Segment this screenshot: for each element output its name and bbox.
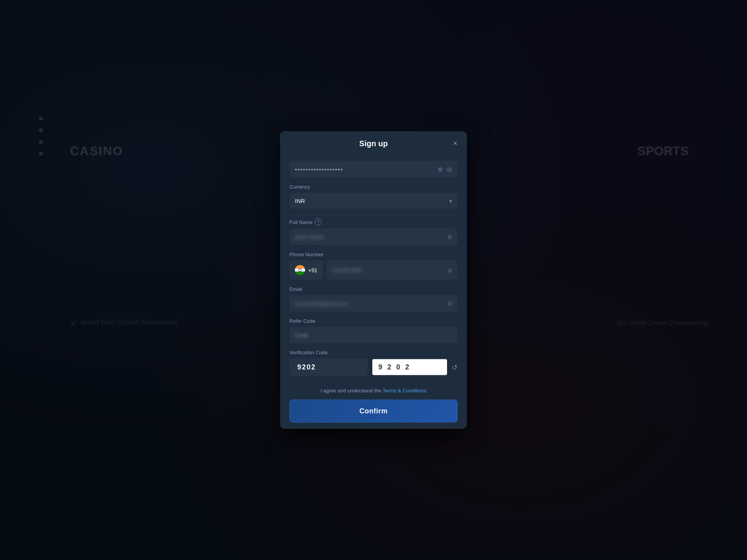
- terms-prefix: I agree and understand the: [321, 388, 381, 394]
- toggle-password-icon[interactable]: ◎: [447, 166, 452, 173]
- currency-section: Currency INR ▾: [289, 184, 458, 209]
- clear-fullname-icon[interactable]: ⊗: [447, 233, 452, 241]
- fullname-label: Full Name: [289, 219, 312, 225]
- phone-section: Phone Number +91 1234567890: [289, 252, 458, 280]
- clear-phone-icon[interactable]: ⊗: [447, 266, 452, 274]
- email-section: Email someone@gmail.com ⊗: [289, 286, 458, 312]
- terms-link[interactable]: Terms & Conditions: [382, 388, 426, 394]
- dropdown-arrow-icon: ▾: [449, 198, 452, 204]
- refer-code-section: Refer Code Code: [289, 318, 458, 343]
- fullname-value: Enter Name: [295, 234, 447, 240]
- email-value: someone@gmail.com: [295, 300, 447, 306]
- flag-mid: [295, 268, 305, 272]
- refer-code-input[interactable]: Code: [289, 327, 458, 343]
- modal-body: •••••••••••••••••• ⊗ ◎ Currency INR ▾ Fu…: [280, 161, 467, 429]
- fullname-label-row: Full Name ?: [289, 219, 458, 226]
- sidebar-icons: [39, 117, 43, 156]
- currency-label: Currency: [289, 184, 458, 190]
- password-field[interactable]: •••••••••••••••••• ⊗ ◎: [289, 161, 458, 178]
- country-code-selector[interactable]: +91: [289, 261, 323, 280]
- verification-section: Verification Code 9202 9 2 0 2 ↺: [289, 350, 458, 376]
- password-dots: ••••••••••••••••••: [295, 166, 434, 172]
- verification-input[interactable]: 9 2 0 2: [372, 359, 447, 375]
- verification-input-value: 9 2 0 2: [379, 363, 411, 371]
- fullname-input[interactable]: Enter Name ⊗: [289, 229, 458, 245]
- email-label: Email: [289, 286, 458, 292]
- bg-bottom-right: ICC World Cricket Championship: [617, 320, 708, 327]
- refer-code-label: Refer Code: [289, 318, 458, 324]
- clear-email-icon[interactable]: ⊗: [447, 300, 452, 307]
- divider-1: [289, 215, 458, 215]
- bg-text-casino: CASINO: [70, 144, 123, 158]
- bg-text-sports: SPORTS: [637, 144, 689, 158]
- india-flag: [295, 265, 305, 275]
- phone-value: 1234567890: [331, 267, 447, 273]
- phone-row: +91 1234567890 ⊗: [289, 261, 458, 280]
- refresh-verification-icon[interactable]: ↺: [452, 363, 458, 371]
- close-button[interactable]: ×: [451, 137, 459, 148]
- currency-value: INR: [295, 198, 305, 204]
- ashoka-chakra: [298, 269, 302, 272]
- confirm-button[interactable]: Confirm: [289, 400, 458, 423]
- country-code-text: +91: [308, 267, 317, 273]
- clear-password-icon[interactable]: ⊗: [438, 166, 443, 173]
- verification-code-number: 9202: [297, 363, 316, 371]
- modal-title: Sign up: [359, 139, 388, 148]
- phone-input[interactable]: 1234567890 ⊗: [326, 261, 458, 280]
- email-input[interactable]: someone@gmail.com ⊗: [289, 295, 458, 312]
- terms-row: I agree and understand the Terms & Condi…: [289, 382, 458, 398]
- modal-header: Sign up ×: [280, 131, 467, 155]
- fullname-section: Full Name ? Enter Name ⊗: [289, 219, 458, 245]
- signup-modal: Sign up × •••••••••••••••••• ⊗ ◎ Currenc…: [280, 131, 467, 429]
- bg-bottom-left: 🏏 World Best Cricket Tournament: [70, 318, 177, 327]
- verification-code-display: 9202: [289, 359, 368, 376]
- fullname-help-icon[interactable]: ?: [315, 219, 322, 226]
- phone-label: Phone Number: [289, 252, 458, 257]
- verification-row: 9202 9 2 0 2 ↺: [289, 359, 458, 376]
- currency-select[interactable]: INR ▾: [289, 193, 458, 209]
- verification-label: Verification Code: [289, 350, 458, 355]
- flag-top: [295, 265, 305, 269]
- refer-code-value: Code: [295, 332, 308, 338]
- flag-bot: [295, 272, 305, 275]
